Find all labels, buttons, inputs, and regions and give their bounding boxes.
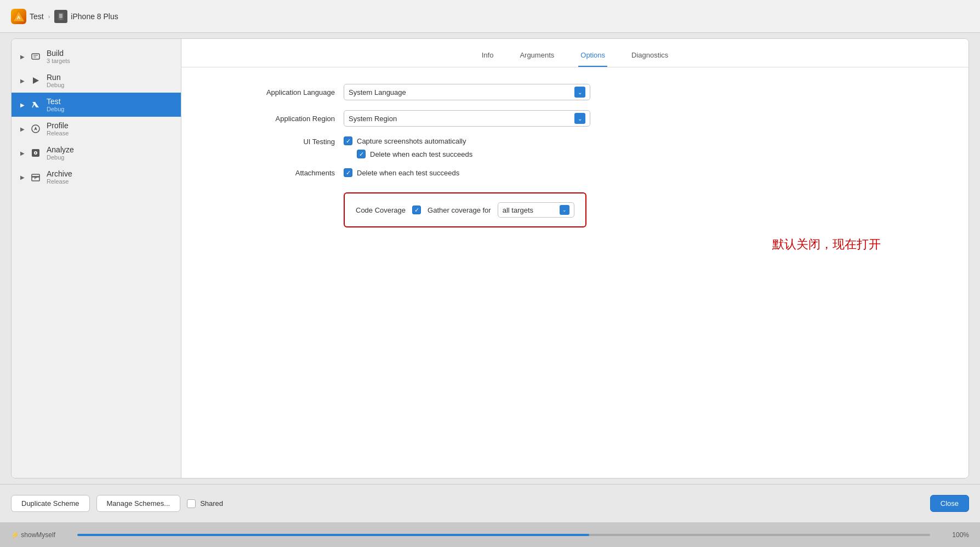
shared-checkbox[interactable] [187, 499, 196, 508]
sidebar: ▶ Build 3 targets ▶ [12, 39, 181, 478]
profile-icon [30, 123, 41, 134]
test-icon [30, 99, 41, 110]
annotation-text: 默认关闭，现在打开 [225, 236, 881, 253]
taskbar-item3: 100% [952, 531, 969, 539]
app-language-value: System Language [349, 88, 406, 96]
analyze-arrow: ▶ [20, 150, 25, 156]
analyze-title: Analyze [47, 145, 74, 154]
attachments-row: Attachments ✓ Delete when each test succ… [225, 168, 925, 177]
run-arrow: ▶ [20, 78, 25, 84]
taskbar-item1: ⚡ showMyself [11, 531, 55, 539]
build-icon [30, 51, 41, 62]
app-region-value: System Region [349, 115, 397, 123]
svg-point-14 [35, 152, 36, 153]
capture-screenshots-row: ✓ Capture screenshots automatically [344, 136, 472, 145]
svg-text:A: A [17, 15, 21, 20]
ui-testing-row: UI Testing ✓ Capture screenshots automat… [225, 136, 925, 158]
dialog-panel: ▶ Build 3 targets ▶ [11, 38, 969, 478]
analyze-icon [30, 147, 41, 158]
duplicate-scheme-button[interactable]: Duplicate Scheme [11, 495, 90, 512]
gather-coverage-label: Gather coverage for [428, 206, 491, 214]
profile-subtitle: Release [47, 130, 69, 136]
ui-testing-label: UI Testing [225, 136, 335, 146]
attachments-delete-label: Delete when each test succeeds [357, 169, 459, 177]
app-language-arrow-icon: ⌄ [574, 87, 585, 98]
dialog-inner: ▶ Build 3 targets ▶ [12, 39, 968, 478]
attachments-control: ✓ Delete when each test succeeds [344, 168, 925, 177]
svg-rect-5 [32, 54, 39, 59]
app-region-label: Application Region [225, 115, 335, 123]
close-button[interactable]: Close [930, 495, 969, 512]
title-bar: A Test › iPhone 8 Plus [0, 0, 980, 33]
build-arrow: ▶ [20, 54, 25, 60]
build-subtitle: 3 targets [47, 58, 70, 64]
app-title: Test [30, 12, 44, 21]
profile-arrow: ▶ [20, 126, 25, 132]
taskbar-progress-bar [77, 534, 589, 536]
coverage-target-arrow-icon: ⌄ [560, 205, 569, 215]
options-content: Application Language System Language ⌄ A… [181, 67, 968, 478]
test-subtitle: Debug [47, 106, 64, 112]
attachments-delete-row: ✓ Delete when each test succeeds [344, 168, 459, 177]
delete-when-succeeds-row: ✓ Delete when each test succeeds [357, 150, 472, 158]
bottom-bar: Duplicate Scheme Manage Schemes... Share… [0, 484, 980, 522]
capture-screenshots-label: Capture screenshots automatically [357, 137, 466, 145]
attachments-label: Attachments [225, 169, 335, 177]
delete-when-succeeds-checkbox[interactable]: ✓ [357, 150, 366, 158]
taskbar: ⚡ showMyself 100% [0, 522, 980, 547]
sidebar-item-run[interactable]: ▶ Run Debug [12, 69, 181, 93]
app-icon: A [11, 9, 26, 24]
svg-marker-8 [33, 77, 39, 84]
coverage-target-dropdown[interactable]: all targets ⌄ [498, 202, 574, 218]
build-title: Build [47, 49, 70, 58]
app-region-dropdown[interactable]: System Region ⌄ [344, 110, 590, 127]
test-title: Test [47, 97, 64, 106]
app-language-label: Application Language [225, 88, 335, 96]
tab-diagnostics[interactable]: Diagnostics [629, 48, 670, 67]
app-language-dropdown[interactable]: System Language ⌄ [344, 84, 590, 100]
ui-testing-controls: ✓ Capture screenshots automatically ✓ De… [344, 136, 472, 158]
run-text: Run Debug [47, 73, 64, 88]
device-title: iPhone 8 Plus [71, 12, 118, 21]
test-arrow: ▶ [20, 102, 25, 108]
main-area: ▶ Build 3 targets ▶ [0, 33, 980, 522]
code-coverage-label: Code Coverage [356, 206, 406, 214]
archive-text: Archive Release [47, 169, 72, 185]
sidebar-item-archive[interactable]: ▶ P Archive Release [12, 165, 181, 189]
code-coverage-checkbox[interactable]: ✓ [412, 206, 421, 214]
archive-subtitle: Release [47, 178, 72, 185]
taskbar-progress [77, 534, 930, 536]
sidebar-item-analyze[interactable]: ▶ Analyze Debug [12, 141, 181, 165]
svg-point-4 [61, 19, 62, 20]
run-icon [30, 75, 41, 86]
sidebar-item-test[interactable]: ▶ Test Debug [12, 93, 181, 117]
app-region-row: Application Region System Region ⌄ [225, 110, 925, 127]
tab-arguments[interactable]: Arguments [517, 48, 556, 67]
content-area: Info Arguments Options Diagnostics Appli… [181, 39, 968, 478]
attachments-delete-checkbox[interactable]: ✓ [344, 168, 352, 177]
profile-text: Profile Release [47, 121, 69, 136]
shared-label: Shared [200, 499, 223, 508]
analyze-subtitle: Debug [47, 154, 74, 161]
sidebar-item-build[interactable]: ▶ Build 3 targets [12, 44, 181, 69]
tab-info[interactable]: Info [480, 48, 496, 67]
tab-options[interactable]: Options [578, 48, 607, 67]
capture-screenshots-checkbox[interactable]: ✓ [344, 136, 352, 145]
manage-schemes-button[interactable]: Manage Schemes... [96, 495, 181, 512]
run-title: Run [47, 73, 64, 82]
svg-rect-3 [59, 14, 62, 18]
coverage-target-value: all targets [503, 206, 533, 214]
archive-title: Archive [47, 169, 72, 178]
shared-row: Shared [187, 499, 223, 508]
sidebar-item-profile[interactable]: ▶ Profile Release [12, 117, 181, 141]
device-icon [54, 10, 67, 23]
app-region-control: System Region ⌄ [344, 110, 925, 127]
svg-text:P: P [35, 176, 37, 180]
delete-when-succeeds-label: Delete when each test succeeds [370, 150, 472, 158]
breadcrumb-chevron: › [48, 13, 50, 20]
test-text: Test Debug [47, 97, 64, 112]
code-coverage-row: Code Coverage ✓ Gather coverage for all … [225, 187, 925, 227]
code-coverage-section: Code Coverage ✓ Gather coverage for all … [344, 192, 586, 227]
tabs-bar: Info Arguments Options Diagnostics [181, 39, 968, 67]
build-text: Build 3 targets [47, 49, 70, 64]
